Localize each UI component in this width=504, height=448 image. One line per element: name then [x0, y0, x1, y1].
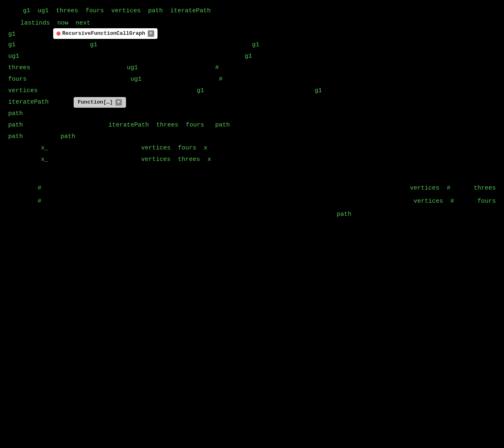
bottom-row-fours: # vertices # fours [8, 195, 496, 208]
bottom-path-label: path [337, 211, 351, 218]
rfcg-badge[interactable]: RecursiveFunctionCallGraph + [53, 28, 158, 39]
threes-content: ug1 # [53, 63, 496, 73]
row-x-fours: x_ vertices fours x [8, 143, 496, 154]
bottom-row-threes: # vertices # threes [8, 182, 496, 195]
bottom-mid-2 [82, 195, 410, 208]
ug1-content: g1 [53, 51, 496, 62]
label-x-threes: x_ [41, 154, 86, 165]
header-row-2: lastinds now next [8, 16, 496, 29]
vertices-content: g1 g1 [53, 86, 496, 96]
label-x-fours: x_ [41, 143, 86, 154]
bottom-vertices-2: vertices # [410, 195, 463, 208]
path-iterated-content: iteratePath threes fours path [53, 120, 496, 131]
row-iteratepath: iteratePath Function[…] + [8, 97, 496, 109]
label-g1-badge: g1 [8, 29, 53, 40]
bottom-mid-1 [82, 182, 410, 195]
row-threes: threes ug1 # [8, 63, 496, 74]
row-ug1: ug1 g1 [8, 51, 496, 63]
bottom-fours: fours [463, 195, 496, 208]
function-plus-button[interactable]: + [115, 99, 122, 106]
path-path-content: path [53, 131, 496, 142]
row-vertices: vertices g1 g1 [8, 86, 496, 97]
fours-content: ug1 # [53, 74, 496, 85]
bottom-path-row: path [8, 208, 496, 222]
header-indent [8, 6, 23, 16]
row-path-path: path path [8, 131, 496, 143]
label-threes: threes [8, 63, 53, 73]
g1-content: g1 g1 [53, 40, 496, 50]
rfcg-badge-text: RecursiveFunctionCallGraph [62, 29, 145, 38]
row-path-content: path iteratePath threes fours path [8, 120, 496, 131]
label-g1-content: g1 [8, 40, 53, 50]
bottom-vertices-1: vertices # [410, 182, 463, 195]
label-path-2: path [8, 120, 53, 131]
bottom-hash-1: # [8, 182, 82, 195]
bottom-threes: threes [463, 182, 496, 195]
header-row2: lastinds now next [20, 18, 90, 29]
header-indent2 [8, 18, 20, 29]
label-path-1: path [8, 109, 53, 119]
rfcg-plus-button[interactable]: + [148, 30, 154, 37]
label-ug1: ug1 [8, 51, 53, 62]
label-fours: fours [8, 74, 53, 85]
red-dot-icon [56, 32, 61, 36]
bottom-section: # vertices # threes # [8, 182, 496, 222]
row-g1-content: g1 g1 g1 [8, 40, 496, 51]
header-vars: g1 ug1 threes fours vertices path iterat… [23, 6, 211, 16]
row-x-threes: x_ vertices threes x [8, 154, 496, 166]
x-fours-content: vertices fours x [86, 143, 496, 154]
function-badge[interactable]: Function[…] + [74, 97, 126, 108]
label-vertices: vertices [8, 86, 53, 96]
header-row-1: g1 ug1 threes fours vertices path iterat… [8, 4, 496, 16]
bottom-hash-2: # [8, 195, 82, 208]
x-threes-content: vertices threes x [86, 154, 496, 165]
label-path-3: path [8, 131, 53, 142]
row-path-empty: path [8, 109, 496, 120]
row-fours: fours ug1 # [8, 74, 496, 86]
label-iteratepath: iteratePath [8, 97, 74, 108]
function-badge-text: Function[…] [78, 98, 113, 107]
row-g1-badge: g1 RecursiveFunctionCallGraph + [8, 28, 496, 40]
